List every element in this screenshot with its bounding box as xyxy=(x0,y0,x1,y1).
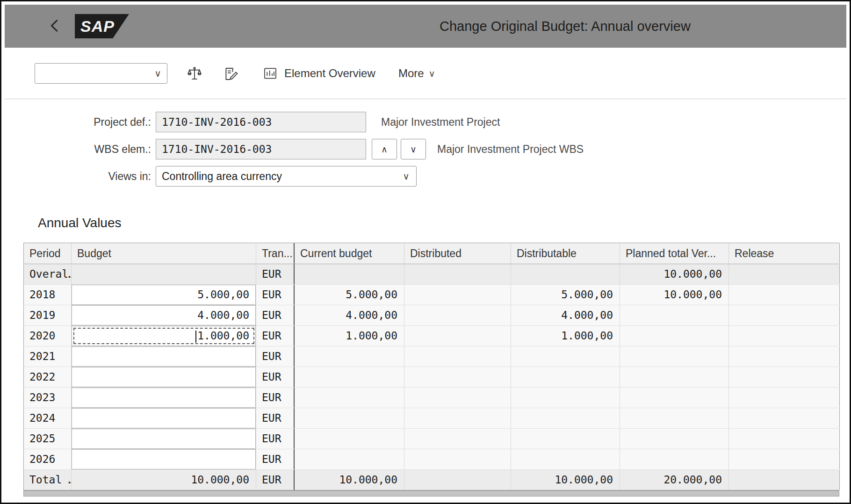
table-header: PeriodBudgetTran...Current budgetDistrib… xyxy=(23,243,839,264)
wbs-previous-button[interactable]: ∧ xyxy=(372,139,397,159)
column-header-current_budget[interactable]: Current budget xyxy=(295,243,404,264)
cell-budget[interactable]: 1.000,00 xyxy=(72,326,256,346)
cell-release xyxy=(729,408,840,428)
titlebar: SAP Change Original Budget: Annual overv… xyxy=(5,5,846,48)
chevron-down-icon: ∨ xyxy=(410,144,417,155)
table-row-overal: Overal…EUR10.000,00 xyxy=(23,264,839,285)
text-caret xyxy=(195,331,196,343)
cell-planned_total xyxy=(620,346,729,367)
cell-tran: EUR xyxy=(256,470,295,490)
column-header-planned_total[interactable]: Planned total Ver... xyxy=(620,243,729,264)
cell-current_budget xyxy=(295,429,404,449)
cell-tran: EUR xyxy=(256,449,295,469)
cell-budget[interactable] xyxy=(72,408,256,428)
cell-distributable xyxy=(511,367,620,387)
cell-tran: EUR xyxy=(256,367,295,387)
back-button[interactable] xyxy=(46,17,65,36)
cell-period: 2019 xyxy=(24,305,72,325)
cell-budget[interactable] xyxy=(72,388,256,408)
cell-planned_total xyxy=(620,388,729,408)
cell-planned_total: 10.000,00 xyxy=(620,264,729,284)
project-def-label: Project def.: xyxy=(1,112,151,132)
edit-icon xyxy=(223,66,239,82)
cell-period: 2025 xyxy=(24,429,72,449)
page-title: Change Original Budget: Annual overview xyxy=(440,19,691,34)
cell-period: Overal… xyxy=(24,264,72,284)
wbs-next-button[interactable]: ∨ xyxy=(401,139,426,159)
cell-planned_total xyxy=(620,449,729,469)
cell-budget: 10.000,00 xyxy=(72,470,256,490)
horizontal-scrollbar[interactable] xyxy=(23,490,839,497)
toolbar: ∨ Element Over xyxy=(5,48,846,99)
cell-period: Total … xyxy=(24,470,72,490)
column-header-tran[interactable]: Tran... xyxy=(256,243,295,264)
cell-distributable xyxy=(511,449,620,469)
cell-tran: EUR xyxy=(256,429,295,449)
command-field[interactable]: ∨ xyxy=(35,63,167,84)
more-label: More xyxy=(398,67,424,80)
cell-period: 2026 xyxy=(24,449,72,469)
column-header-period[interactable]: Period xyxy=(24,243,72,264)
element-overview-button[interactable]: Element Overview xyxy=(263,63,375,84)
chevron-down-icon: ∨ xyxy=(429,68,435,79)
cell-tran: EUR xyxy=(256,346,295,367)
budget-value: 5.000,00 xyxy=(197,288,249,301)
cell-tran: EUR xyxy=(256,264,295,284)
cell-planned_total: 20.000,00 xyxy=(620,470,729,490)
cell-budget[interactable] xyxy=(72,449,256,469)
cell-current_budget xyxy=(295,346,404,367)
cell-current_budget xyxy=(295,388,404,408)
cell-current_budget: 5.000,00 xyxy=(295,285,404,305)
table-row-2024: 2024EUR xyxy=(23,408,839,429)
cell-budget[interactable]: 4.000,00 xyxy=(72,305,256,325)
balance-button[interactable] xyxy=(184,65,205,83)
cell-budget[interactable] xyxy=(72,429,256,449)
table-row-2022: 2022EUR xyxy=(23,367,839,388)
cell-release xyxy=(729,285,840,305)
more-button[interactable]: More ∨ xyxy=(398,63,435,84)
cell-release xyxy=(729,305,840,325)
cell-release xyxy=(729,264,840,284)
cell-current_budget xyxy=(295,264,404,284)
chevron-up-icon: ∧ xyxy=(381,144,388,155)
column-header-distributable[interactable]: Distributable xyxy=(511,243,620,264)
table-body: Overal…EUR10.000,0020185.000,00EUR5.000,… xyxy=(23,264,839,490)
cell-distributable xyxy=(511,408,620,428)
wbs-elem-label: WBS elem.: xyxy=(1,139,151,159)
cell-distributed xyxy=(404,367,511,387)
cell-budget[interactable] xyxy=(72,367,256,387)
views-in-select[interactable]: Controlling area currency ∨ xyxy=(156,166,417,187)
wbs-elem-row: WBS elem.: 1710-INV-2016-003 ∧ ∨ Major I… xyxy=(1,139,850,159)
budget-value: 10.000,00 xyxy=(191,474,249,486)
views-in-label: Views in: xyxy=(1,166,151,187)
command-input[interactable] xyxy=(35,64,167,83)
cell-budget[interactable] xyxy=(72,346,256,367)
cell-distributable: 5.000,00 xyxy=(511,285,620,305)
cell-tran: EUR xyxy=(256,388,295,408)
cell-period: 2021 xyxy=(24,346,72,367)
column-header-distributed[interactable]: Distributed xyxy=(404,243,511,264)
cell-tran: EUR xyxy=(256,326,295,346)
wbs-elem-field[interactable]: 1710-INV-2016-003 xyxy=(156,139,366,159)
cell-current_budget: 10.000,00 xyxy=(295,470,404,490)
cell-current_budget xyxy=(295,367,404,387)
cell-tran: EUR xyxy=(256,305,295,325)
project-def-field[interactable]: 1710-INV-2016-003 xyxy=(156,112,366,132)
column-header-budget[interactable]: Budget xyxy=(72,243,256,264)
column-header-release[interactable]: Release xyxy=(729,243,840,264)
cell-release xyxy=(729,346,840,367)
cell-distributable xyxy=(511,346,620,367)
edit-button[interactable] xyxy=(221,65,241,83)
cell-planned_total xyxy=(620,429,729,449)
cell-period: 2020 xyxy=(24,326,72,346)
budget-value: 4.000,00 xyxy=(197,309,249,321)
views-in-value: Controlling area currency xyxy=(162,170,282,182)
cell-budget[interactable]: 5.000,00 xyxy=(72,285,256,305)
cell-distributed xyxy=(404,449,511,469)
table-row-2020: 20201.000,00EUR1.000,001.000,00 xyxy=(23,326,839,346)
cell-period: 2018 xyxy=(24,285,72,305)
cell-distributable xyxy=(511,429,620,449)
cell-release xyxy=(729,388,840,408)
element-overview-icon xyxy=(263,66,278,81)
table-row-total: Total …10.000,00EUR10.000,0010.000,0020.… xyxy=(23,470,839,490)
